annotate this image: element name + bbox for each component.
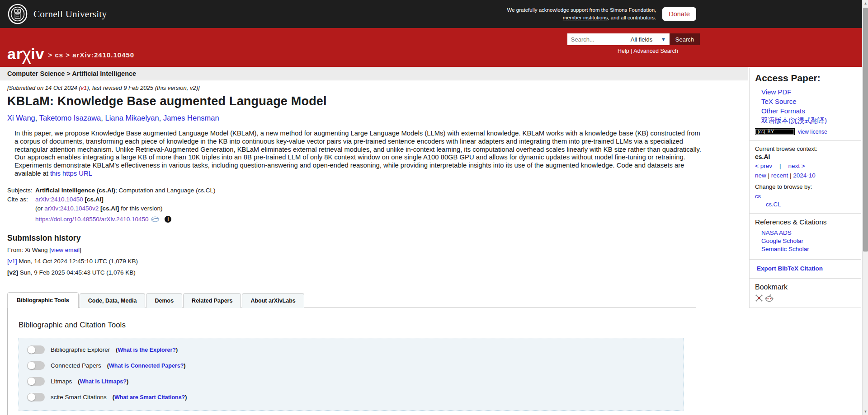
paper-metadata: Subjects: Artificial Intelligence (cs.AI… <box>7 187 748 223</box>
browse-cscl-link[interactable]: cs.CL <box>766 201 855 208</box>
month-listing-link[interactable]: 2024-10 <box>793 172 816 179</box>
panel-heading: Bibliographic and Citation Tools <box>19 321 685 330</box>
breadcrumb-paper-id[interactable]: arXiv:2410.10450 <box>72 51 134 59</box>
tab-related-papers[interactable]: Related Papers <box>183 293 241 308</box>
scope-value: All fields <box>631 36 652 43</box>
litmaps-toggle[interactable] <box>27 377 45 386</box>
breadcrumb-cs-link[interactable]: cs <box>55 51 63 59</box>
semantic-scholar-link[interactable]: Semantic Scholar <box>761 245 855 253</box>
crumb-sep: > <box>63 51 72 59</box>
arxiv-logo[interactable]: arχiv > cs > arXiv:2410.10450 <box>7 43 134 63</box>
next-link[interactable]: next > <box>788 163 805 169</box>
search-scope-select[interactable]: All fields ▼ <box>627 33 670 45</box>
prev-link[interactable]: < prev <box>755 163 772 169</box>
litmaps-help-link[interactable]: What is Litmaps? <box>80 378 126 385</box>
export-bibtex-link[interactable]: Export BibTeX Citation <box>755 264 855 273</box>
cornell-brand[interactable]: Cornell University <box>7 4 107 24</box>
author-link[interactable]: Xi Wang <box>7 114 39 122</box>
v1-link[interactable]: v1 <box>81 84 87 91</box>
doi-link[interactable]: https://doi.org/10.48550/arXiv.2410.1045… <box>35 216 148 223</box>
scrollbar-thumb[interactable] <box>863 8 868 252</box>
tool-help: What is Connected Papers? <box>107 363 186 369</box>
arxiv-version-id-link[interactable]: arXiv:2410.10450v2 <box>44 205 99 212</box>
donate-button[interactable]: Donate <box>662 7 696 21</box>
author-link[interactable]: Liana Mikaelyan <box>105 114 163 122</box>
cite-as-label: Cite as: <box>7 196 35 223</box>
from-post: ] <box>80 247 81 253</box>
version-row-v1: [v1] Mon, 14 Oct 2024 12:45:10 UTC (1,07… <box>7 257 748 266</box>
explorer-help-link[interactable]: What is the Explorer? <box>118 347 176 353</box>
cornell-seal-icon <box>7 4 28 24</box>
abstract: In this paper, we propose Knowledge Base… <box>14 130 705 178</box>
extra-services-sidebar: Access Paper: View PDF TeX Source Other … <box>749 68 861 308</box>
alt-cite-post: for this version) <box>119 205 162 212</box>
abs-main: [Submitted on 14 Oct 2024 (v1), last rev… <box>0 80 748 277</box>
other-formats-link[interactable]: Other Formats <box>761 106 855 116</box>
member-institutions-link[interactable]: member institutions <box>563 15 608 20</box>
scroll-up-arrow[interactable]: ▲ <box>863 0 868 7</box>
tab-demos[interactable]: Demos <box>146 293 182 308</box>
support-text-pre: We gratefully acknowledge support from t… <box>507 7 656 13</box>
primary-class: [cs.AI] <box>85 196 104 203</box>
subjects-value: Artificial Intelligence (cs.AI); Computa… <box>35 187 748 194</box>
connected-papers-toggle[interactable] <box>27 361 45 370</box>
google-scholar-link[interactable]: Google Scholar <box>761 237 855 245</box>
logo-chi: χ <box>22 44 32 65</box>
scroll-down-arrow[interactable]: ▼ <box>863 408 868 415</box>
export-bibtex-section: Export BibTeX Citation <box>750 260 861 279</box>
page-title: KBLaM: Knowledge Base augmented Language… <box>7 94 748 108</box>
tex-source-link[interactable]: TeX Source <box>761 97 855 106</box>
arxiv-id-link[interactable]: arXiv:2410.10450 <box>35 196 83 203</box>
scite-toggle[interactable] <box>27 393 45 401</box>
recent-listing-link[interactable]: recent <box>771 172 788 179</box>
change-browse-label: Change to browse by: <box>755 183 855 190</box>
submission-history-heading: Submission history <box>7 233 748 243</box>
code-url-link[interactable]: this https URL <box>50 170 92 177</box>
nasa-ads-link[interactable]: NASA ADS <box>761 229 855 237</box>
site-header: Cornell University We gratefully acknowl… <box>0 0 868 28</box>
help-pipe: | <box>629 48 634 54</box>
view-email-link[interactable]: view email <box>51 247 80 253</box>
bibliographic-explorer-toggle[interactable] <box>27 345 45 354</box>
reddit-icon[interactable] <box>765 294 774 302</box>
view-license-link[interactable]: view license <box>798 129 827 135</box>
tool-row-scite: scite Smart Citations What are Smart Cit… <box>27 393 675 401</box>
references-citations-section: References & Citations NASA ADS Google S… <box>750 214 861 260</box>
toggle-knob <box>28 362 35 369</box>
tab-bibliographic-tools[interactable]: Bibliographic Tools <box>7 292 79 308</box>
subjects-label: Subjects: <box>7 187 35 194</box>
tool-row-litmaps: Litmaps What is Litmaps? <box>27 377 675 386</box>
author-link[interactable]: James Hensman <box>163 114 219 122</box>
dates-post: ), last revised 9 Feb 2025 (this version… <box>87 84 199 91</box>
search-button[interactable]: Search <box>670 33 700 45</box>
browse-context-value: cs.AI <box>755 153 855 160</box>
tool-label: Bibliographic Explorer <box>51 346 110 353</box>
new-listing-link[interactable]: new <box>755 172 766 179</box>
help-link[interactable]: Help <box>618 48 629 54</box>
bibsonomy-icon[interactable] <box>755 294 763 302</box>
connected-papers-help-link[interactable]: What is Connected Papers? <box>109 363 184 369</box>
breadcrumb: > cs > arXiv:2410.10450 <box>48 51 135 59</box>
v1-version-link[interactable]: [v1] <box>7 258 17 265</box>
search-bar: All fields ▼ Search <box>567 33 700 45</box>
toggle-knob <box>28 393 35 401</box>
tab-about-arxivlabs[interactable]: About arXivLabs <box>242 293 304 308</box>
listing-nav: new | recent | 2024-10 <box>755 172 855 179</box>
view-pdf-link[interactable]: View PDF <box>761 87 855 97</box>
author-link[interactable]: Taketomo Isazawa <box>39 114 105 122</box>
tool-label: Connected Papers <box>51 362 101 369</box>
doi-arrow-icon[interactable] <box>151 216 159 222</box>
vertical-scrollbar[interactable]: ▲ ▼ <box>862 0 868 415</box>
browse-cs-link[interactable]: cs <box>755 193 855 200</box>
bookmark-section: Bookmark <box>750 279 861 308</box>
search-input[interactable] <box>567 33 627 45</box>
info-icon[interactable]: i <box>165 216 171 223</box>
tab-code-data-media[interactable]: Code, Data, Media <box>80 293 146 308</box>
scite-help-link[interactable]: What are Smart Citations? <box>114 394 185 401</box>
arxiv-header: arχiv > cs > arXiv:2410.10450 All fields… <box>0 28 868 67</box>
bilingual-translation-link[interactable]: 双语版本(沉浸式翻译) <box>761 116 855 125</box>
by-glyph: BY <box>768 129 774 134</box>
advanced-search-link[interactable]: Advanced Search <box>633 48 678 54</box>
cc-by-license-badge[interactable]: (cc)BY <box>755 128 795 135</box>
tool-help: What is the Explorer? <box>116 347 178 353</box>
